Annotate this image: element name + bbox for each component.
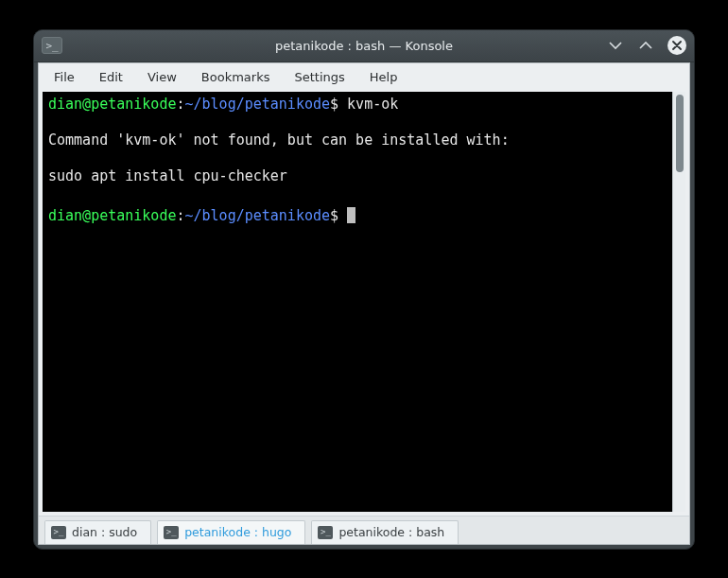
prompt-user-host: dian@petanikode [48,96,176,113]
window-title: petanikode : bash — Konsole [34,39,694,53]
terminal-icon: >_ [51,526,66,539]
window-chrome: File Edit View Bookmarks Settings Help d… [38,62,690,545]
tab-label: petanikode : bash [338,525,444,539]
tab-label: dian : sudo [72,525,137,539]
cmd-entered: kvm-ok [347,96,398,113]
minimize-button[interactable] [607,37,624,54]
terminal-area: dian@petanikode:~/blog/petanikode$ kvm-o… [43,92,685,512]
menu-file[interactable]: File [43,66,86,88]
prompt-user-host: dian@petanikode [48,207,176,224]
menubar: File Edit View Bookmarks Settings Help [39,63,689,92]
konsole-window: >_ petanikode : bash — Konsole File Edit… [33,29,695,550]
terminal-icon: >_ [164,526,179,539]
prompt-dollar: $ [330,96,338,113]
terminal-cursor [347,207,355,223]
menu-bookmarks[interactable]: Bookmarks [190,66,282,88]
menu-settings[interactable]: Settings [283,66,355,88]
tab-1[interactable]: >_ dian : sudo [44,520,151,544]
tab-3[interactable]: >_ petanikode : bash [311,520,459,544]
menu-help[interactable]: Help [358,66,409,88]
chevron-up-icon [639,39,652,52]
scrollbar[interactable] [672,92,685,512]
maximize-button[interactable] [637,37,654,54]
scroll-thumb[interactable] [676,95,684,172]
tab-bar: >_ dian : sudo >_ petanikode : hugo >_ p… [39,516,689,544]
tab-label: petanikode : hugo [184,525,291,539]
window-controls [607,36,686,55]
prompt-path: ~/blog/petanikode [185,207,331,224]
tab-2[interactable]: >_ petanikode : hugo [157,520,305,544]
chevron-down-icon [609,39,622,52]
prompt-path: ~/blog/petanikode [185,96,331,113]
close-button[interactable] [667,36,686,55]
menu-edit[interactable]: Edit [88,66,134,88]
output-notfound: Command 'kvm-ok' not found, but can be i… [48,131,510,149]
terminal-icon: >_ [318,526,333,539]
menu-view[interactable]: View [136,66,188,88]
close-icon [672,41,682,50]
prompt-sep: : [176,96,184,113]
app-icon: >_ [42,37,62,54]
titlebar[interactable]: >_ petanikode : bash — Konsole [34,30,694,62]
prompt-dollar: $ [330,207,338,224]
prompt-sep: : [176,207,184,224]
output-install: sudo apt install cpu-checker [48,167,287,184]
terminal[interactable]: dian@petanikode:~/blog/petanikode$ kvm-o… [43,92,672,512]
